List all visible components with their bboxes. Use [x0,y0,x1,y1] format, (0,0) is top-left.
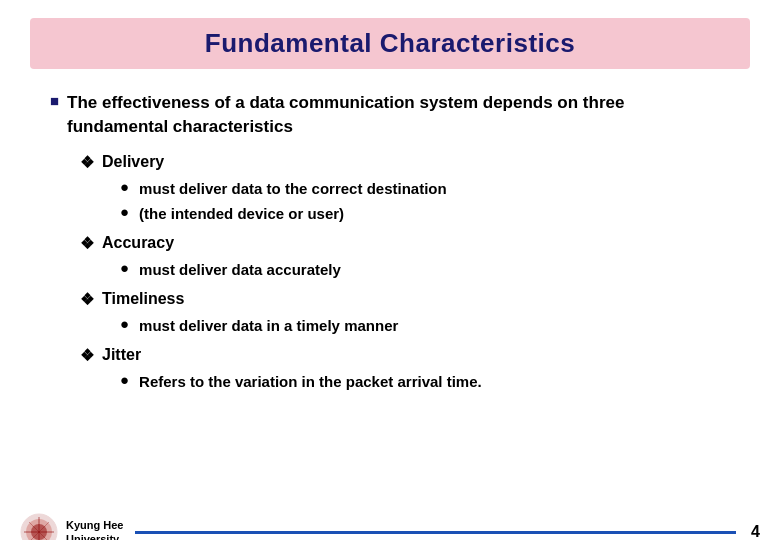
sub-section-2: ❖Timeliness●must deliver data in a timel… [80,290,730,336]
university-name: Kyung Hee University [66,518,123,540]
detail-list-2: ●must deliver data in a timely manner [120,315,730,336]
sub-heading-3: ❖Jitter [80,346,730,365]
diamond-bullet: ❖ [80,153,94,172]
list-item: ●Refers to the variation in the packet a… [120,371,730,392]
list-item-text: must deliver data in a timely manner [139,315,398,336]
sub-heading-2: ❖Timeliness [80,290,730,309]
list-item-text: (the intended device or user) [139,203,344,224]
footer: Kyung Hee University 4 [0,506,780,540]
list-item-text: must deliver data accurately [139,259,341,280]
diamond-bullet: ❖ [80,346,94,365]
diamond-bullet: ❖ [80,234,94,253]
round-bullet: ● [120,313,129,334]
round-bullet: ● [120,176,129,197]
list-item-text: Refers to the variation in the packet ar… [139,371,482,392]
footer-logo: Kyung Hee University [20,513,123,540]
sub-heading-label-0: Delivery [102,153,164,171]
sub-heading-label-1: Accuracy [102,234,174,252]
footer-divider [135,531,736,534]
university-logo [20,513,58,540]
page-number: 4 [751,523,760,540]
sub-heading-label-3: Jitter [102,346,141,364]
sub-section-0: ❖Delivery●must deliver data to the corre… [80,153,730,224]
list-item: ●must deliver data accurately [120,259,730,280]
list-item: ●(the intended device or user) [120,203,730,224]
intro-text: The effectiveness of a data communicatio… [67,91,730,139]
round-bullet: ● [120,257,129,278]
detail-list-3: ●Refers to the variation in the packet a… [120,371,730,392]
slide: Fundamental Characteristics ■ The effect… [0,18,780,540]
detail-list-0: ●must deliver data to the correct destin… [120,178,730,224]
diamond-bullet: ❖ [80,290,94,309]
sub-section-1: ❖Accuracy●must deliver data accurately [80,234,730,280]
sub-heading-0: ❖Delivery [80,153,730,172]
sub-section-3: ❖Jitter●Refers to the variation in the p… [80,346,730,392]
main-point: ■ The effectiveness of a data communicat… [50,91,730,139]
slide-title: Fundamental Characteristics [50,28,730,59]
square-bullet: ■ [50,92,59,109]
round-bullet: ● [120,369,129,390]
round-bullet: ● [120,201,129,222]
title-bar: Fundamental Characteristics [30,18,750,69]
detail-list-1: ●must deliver data accurately [120,259,730,280]
sub-heading-1: ❖Accuracy [80,234,730,253]
list-item: ●must deliver data in a timely manner [120,315,730,336]
list-item-text: must deliver data to the correct destina… [139,178,447,199]
sections-container: ❖Delivery●must deliver data to the corre… [50,153,730,392]
list-item: ●must deliver data to the correct destin… [120,178,730,199]
main-content: ■ The effectiveness of a data communicat… [0,69,780,412]
sub-heading-label-2: Timeliness [102,290,184,308]
